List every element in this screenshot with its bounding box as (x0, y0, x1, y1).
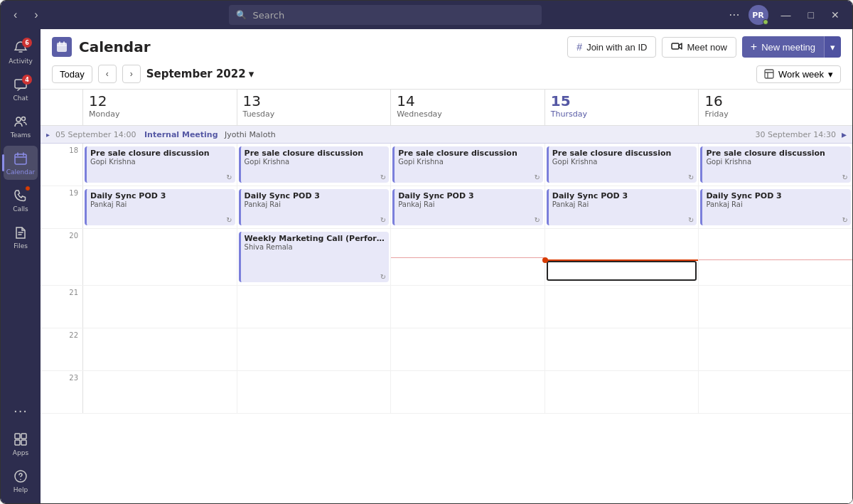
time-cell-18-tue[interactable]: Pre sale closure discussion Gopi Krishna… (237, 144, 392, 186)
time-cell-21-tue[interactable] (237, 286, 392, 328)
sidebar-item-apps[interactable]: Apps (4, 427, 38, 461)
calls-icon (12, 187, 29, 204)
current-time-indicator[interactable] (547, 261, 697, 281)
sidebar-item-activity[interactable]: 6 Activity (4, 35, 38, 69)
event-person: Pankaj Rai (552, 200, 694, 208)
event-presale-tue[interactable]: Pre sale closure discussion Gopi Krishna… (239, 146, 390, 183)
time-cells-20: Weekly Marketing Call (Performance Revie… (83, 229, 852, 285)
forward-button[interactable]: › (30, 6, 42, 24)
sidebar-item-files[interactable]: Files (4, 220, 38, 254)
app-window: ‹ › 🔍 Search ··· PR — □ ✕ (0, 0, 853, 504)
all-day-banner[interactable]: ▸ 05 September 14:00 Internal Meeting Jy… (41, 126, 852, 144)
help-icon (12, 468, 29, 485)
maximize-button[interactable]: □ (804, 6, 818, 23)
event-daily-fri[interactable]: Daily Sync POD 3 Pankaj Rai ↻ (700, 189, 851, 225)
svg-point-2 (22, 117, 26, 121)
sidebar-item-calendar[interactable]: Calendar (4, 146, 38, 180)
time-cell-23-thu[interactable] (545, 371, 699, 413)
today-button[interactable]: Today (52, 65, 92, 83)
time-cells-21 (83, 286, 852, 328)
time-label-19: 19 (41, 186, 83, 228)
sidebar-item-chat[interactable]: 4 Chat (4, 72, 38, 106)
time-label-23: 23 (41, 371, 83, 413)
video-icon (671, 42, 682, 53)
day-header-thu[interactable]: 15 Thursday (545, 90, 699, 125)
time-cell-20-fri[interactable] (699, 229, 852, 285)
event-title: Pre sale closure discussion (245, 149, 386, 158)
sidebar-item-more[interactable]: ··· (4, 398, 38, 424)
time-cell-21-wed[interactable] (391, 286, 545, 328)
sidebar-item-calls[interactable]: Calls (4, 183, 38, 217)
files-label: Files (14, 242, 28, 250)
time-cells-19: Daily Sync POD 3 Pankaj Rai ↻ Daily Sync… (83, 186, 852, 228)
join-with-id-button[interactable]: # Join with an ID (567, 36, 656, 58)
time-cell-23-mon[interactable] (83, 371, 237, 413)
calendar-header-top: Calendar # Join with an ID (52, 36, 841, 58)
back-button[interactable]: ‹ (9, 6, 21, 24)
svg-rect-6 (15, 440, 20, 445)
event-daily-tue[interactable]: Daily Sync POD 3 Pankaj Rai ↻ (239, 189, 390, 225)
event-presale-thu[interactable]: Pre sale closure discussion Gopi Krishna… (547, 146, 697, 183)
event-presale-wed[interactable]: Pre sale closure discussion Gopi Krishna… (392, 146, 543, 183)
time-cell-18-thu[interactable]: Pre sale closure discussion Gopi Krishna… (545, 144, 699, 186)
time-cell-21-thu[interactable] (545, 286, 699, 328)
new-meeting-group: + New meeting ▾ (742, 36, 841, 58)
time-header (41, 90, 83, 125)
month-selector[interactable]: September 2022 ▾ (146, 68, 254, 80)
time-cell-22-mon[interactable] (83, 328, 237, 370)
time-cell-19-wed[interactable]: Daily Sync POD 3 Pankaj Rai ↻ (391, 186, 545, 228)
new-meeting-dropdown[interactable]: ▾ (824, 36, 841, 58)
prev-button[interactable]: ‹ (98, 65, 117, 83)
time-cell-20-thu[interactable] (545, 229, 699, 285)
day-header-fri[interactable]: 16 Friday (699, 90, 852, 125)
time-cell-19-fri[interactable]: Daily Sync POD 3 Pankaj Rai ↻ (699, 186, 852, 228)
event-daily-mon[interactable]: Daily Sync POD 3 Pankaj Rai ↻ (85, 189, 235, 225)
time-label-22: 22 (41, 328, 83, 370)
more-options[interactable]: ··· (729, 9, 739, 22)
event-person: Gopi Krishna (90, 158, 232, 166)
search-box[interactable]: 🔍 Search (229, 5, 542, 25)
view-selector[interactable]: Work week ▾ (756, 65, 841, 83)
minimize-button[interactable]: — (777, 6, 795, 23)
time-row-22: 22 (41, 328, 852, 371)
sidebar-item-help[interactable]: Help (4, 463, 38, 498)
time-cell-20-mon[interactable] (83, 229, 237, 285)
time-cell-22-wed[interactable] (391, 328, 545, 370)
avatar[interactable]: PR (749, 5, 768, 25)
day-header-row: 12 Monday 13 Tuesday 14 Wednesday 15 Thu… (41, 90, 852, 126)
time-cell-22-thu[interactable] (545, 328, 699, 370)
close-button[interactable]: ✕ (827, 6, 844, 23)
day-header-tue[interactable]: 13 Tuesday (237, 90, 392, 125)
time-cell-18-mon[interactable]: Pre sale closure discussion Gopi Krishna… (83, 144, 237, 186)
time-cell-22-tue[interactable] (237, 328, 392, 370)
time-cell-19-tue[interactable]: Daily Sync POD 3 Pankaj Rai ↻ (237, 186, 392, 228)
time-cell-18-fri[interactable]: Pre sale closure discussion Gopi Krishna… (699, 144, 852, 186)
view-label: Work week (778, 69, 824, 80)
more-icon: ··· (12, 402, 29, 419)
time-cell-19-mon[interactable]: Daily Sync POD 3 Pankaj Rai ↻ (83, 186, 237, 228)
time-cell-19-thu[interactable]: Daily Sync POD 3 Pankaj Rai ↻ (545, 186, 699, 228)
time-cell-21-mon[interactable] (83, 286, 237, 328)
event-daily-thu[interactable]: Daily Sync POD 3 Pankaj Rai ↻ (547, 189, 697, 225)
sidebar-item-teams[interactable]: Teams (4, 109, 38, 143)
day-name-tue: Tuesday (243, 109, 385, 119)
time-cell-20-tue[interactable]: Weekly Marketing Call (Performance Revie… (237, 229, 392, 285)
new-meeting-button[interactable]: + New meeting (742, 36, 824, 58)
event-daily-wed[interactable]: Daily Sync POD 3 Pankaj Rai ↻ (392, 189, 543, 225)
next-button[interactable]: › (122, 65, 141, 83)
time-cell-20-wed[interactable] (391, 229, 545, 285)
time-cell-23-fri[interactable] (699, 371, 852, 413)
event-presale-mon[interactable]: Pre sale closure discussion Gopi Krishna… (85, 146, 235, 183)
time-cell-18-wed[interactable]: Pre sale closure discussion Gopi Krishna… (391, 144, 545, 186)
time-cell-23-tue[interactable] (237, 371, 392, 413)
day-header-mon[interactable]: 12 Monday (83, 90, 237, 125)
event-person: Pankaj Rai (398, 200, 540, 208)
meet-now-button[interactable]: Meet now (662, 37, 736, 58)
time-cell-22-fri[interactable] (699, 328, 852, 370)
time-cell-23-wed[interactable] (391, 371, 545, 413)
time-cell-21-fri[interactable] (699, 286, 852, 328)
recur-icon: ↻ (226, 173, 232, 181)
day-header-wed[interactable]: 14 Wednesday (391, 90, 545, 125)
event-marketing-tue[interactable]: Weekly Marketing Call (Performance Revie… (239, 232, 390, 282)
event-presale-fri[interactable]: Pre sale closure discussion Gopi Krishna… (700, 146, 851, 183)
